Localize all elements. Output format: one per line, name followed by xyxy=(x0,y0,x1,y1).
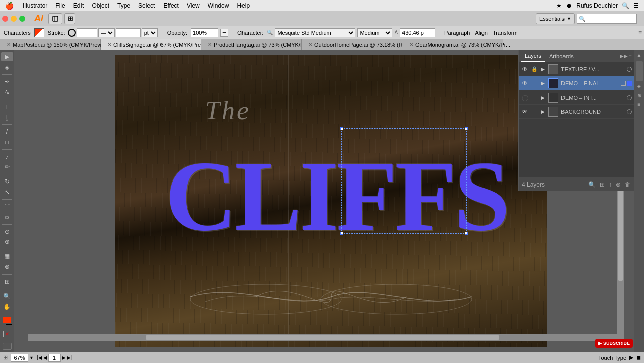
layer-lock-icon[interactable]: 🔒 xyxy=(530,65,538,73)
artboard-number-input[interactable] xyxy=(48,354,61,362)
new-layer-icon[interactable]: ⊞ xyxy=(600,181,605,188)
right-panel-btn-3[interactable]: ◈ xyxy=(636,83,643,90)
curvature-tool[interactable]: ∿ xyxy=(1,87,13,97)
menu-illustrator[interactable]: Illustrator xyxy=(19,2,51,9)
select-tool[interactable]: ▶ xyxy=(1,52,13,61)
menu-select[interactable]: Select xyxy=(134,2,159,9)
layer-visibility-icon[interactable]: 👁 xyxy=(521,79,529,87)
right-panel-btn-2[interactable] xyxy=(636,61,643,81)
move-to-layer-icon[interactable]: ↑ xyxy=(609,181,612,188)
scale-tool[interactable]: ⤡ xyxy=(1,188,13,197)
warp-tool[interactable]: ⌒ xyxy=(1,202,13,211)
tab-outdoorHomePage[interactable]: ✕ OutdoorHomePage.ai @ 73.18% (R... xyxy=(302,39,403,50)
tab-cliffsSignage[interactable]: ✕ CliffsSignage.ai @ 67% (CMYK/Preview) xyxy=(101,39,201,50)
transform-btn[interactable]: Transform xyxy=(491,30,519,36)
type-tool[interactable]: T xyxy=(1,102,13,111)
zoom-dropdown-icon[interactable]: ▼ xyxy=(29,355,34,360)
menu-extras-icon[interactable]: ☰ xyxy=(633,2,639,9)
none-color[interactable]: ✕ xyxy=(3,331,11,337)
font-style-select[interactable]: Medium xyxy=(357,28,392,37)
pen-tool[interactable]: ✒ xyxy=(1,77,13,86)
measure-tool[interactable]: ⊕ xyxy=(1,237,13,246)
tab-gearMonogram[interactable]: ✕ GearMonogram.ai @ 73% (CMYK/Pr... xyxy=(403,39,503,50)
right-panel-btn-1[interactable]: ▲ xyxy=(636,52,643,59)
layer-row-texture[interactable]: 👁 🔒 ▶ TEXTURE / V... xyxy=(519,62,634,76)
layer-visibility-icon[interactable]: 👁 xyxy=(521,65,529,73)
layer-row-demo-int[interactable]: ◯ ▶ DEMO – INT... xyxy=(519,90,634,105)
touch-type-tool[interactable]: Ţ xyxy=(1,113,13,122)
prev-page-btn[interactable]: ◀ xyxy=(43,355,47,360)
search-field[interactable] xyxy=(577,14,637,24)
zoom-tool[interactable]: 🔍 xyxy=(1,292,13,301)
stroke-options[interactable]: Stroke: — pt xyxy=(46,28,158,37)
color-fill[interactable] xyxy=(3,317,12,324)
font-size-input[interactable] xyxy=(400,28,435,37)
horizontal-scrollbar[interactable] xyxy=(28,334,617,341)
menu-file[interactable]: File xyxy=(51,2,69,9)
menu-type[interactable]: Type xyxy=(113,2,134,9)
maximize-button[interactable] xyxy=(19,16,25,22)
rect-tool[interactable]: □ xyxy=(1,137,13,146)
layer-visibility-icon[interactable]: 👁 xyxy=(521,108,529,116)
artboard-tool[interactable]: ⊞ xyxy=(1,277,13,286)
align-btn[interactable]: Align xyxy=(473,30,489,36)
stroke-weight[interactable] xyxy=(116,28,141,37)
delete-layer-icon[interactable]: 🗑 xyxy=(625,181,631,188)
font-select[interactable]: Mesquite Std Medium xyxy=(275,28,355,37)
rotate-tool[interactable]: ↻ xyxy=(1,177,13,186)
stroke-select[interactable]: — xyxy=(98,28,115,37)
minimize-button[interactable] xyxy=(11,16,17,22)
eyedropper-tool[interactable]: ⊙ xyxy=(1,227,13,236)
menu-help[interactable]: Help xyxy=(233,2,254,9)
layer-row-background[interactable]: 👁 ▶ BACKGROUND xyxy=(519,105,634,119)
workspace-btn[interactable]: ⊞ xyxy=(64,13,75,24)
draw-mode[interactable] xyxy=(3,343,12,350)
menu-effect[interactable]: Effect xyxy=(159,2,182,9)
column-graph-tool[interactable]: ▦ xyxy=(1,252,13,261)
tab-close-icon[interactable]: ✕ xyxy=(7,42,11,47)
line-tool[interactable]: / xyxy=(1,127,13,136)
layer-visibility-icon[interactable]: ◯ xyxy=(521,94,529,102)
layer-lock-icon[interactable] xyxy=(530,94,538,102)
tab-productHangtag[interactable]: ✕ ProductHangtag.ai @ 73% (CMYK/P... xyxy=(201,39,302,50)
layer-expand-icon[interactable]: ▶ xyxy=(540,109,546,115)
menu-object[interactable]: Object xyxy=(88,2,113,9)
search-layer-icon[interactable]: 🔍 xyxy=(588,181,596,188)
menu-window[interactable]: Window xyxy=(204,2,233,9)
symbol-sprayer[interactable]: ⊛ xyxy=(1,262,13,271)
layer-lock-icon[interactable] xyxy=(530,108,538,116)
document-setup-btn[interactable] xyxy=(48,13,62,24)
menu-edit[interactable]: Edit xyxy=(69,2,88,9)
direct-select-tool[interactable]: ◈ xyxy=(1,62,13,71)
close-button[interactable] xyxy=(2,16,8,22)
panel-options-btn[interactable]: ≡ xyxy=(638,29,642,36)
layers-tab[interactable]: Layers xyxy=(521,51,545,62)
right-panel-btn-4[interactable]: ⊕ xyxy=(636,93,643,100)
layer-expand-icon[interactable]: ▶ xyxy=(540,66,546,72)
layer-expand-icon[interactable]: ▶ xyxy=(540,80,546,86)
pencil-tool[interactable]: ✏ xyxy=(1,162,13,171)
youtube-subscribe-button[interactable]: ▶ SUBSCRIBE xyxy=(595,339,633,348)
tab-close-icon[interactable]: ✕ xyxy=(208,42,212,47)
paragraph-btn[interactable]: Paragraph xyxy=(443,30,471,36)
next-page-btn[interactable]: ▶ xyxy=(62,355,66,360)
menu-view[interactable]: View xyxy=(183,2,204,9)
right-panel-btn-5[interactable]: ≡ xyxy=(636,102,643,109)
search-icon[interactable]: 🔍 xyxy=(622,2,629,9)
stroke-weight-unit[interactable]: pt xyxy=(142,28,158,37)
opacity-input[interactable] xyxy=(191,28,218,37)
artboards-tab[interactable]: Artboards xyxy=(545,51,578,62)
paintbrush-tool[interactable]: ♪ xyxy=(1,152,13,161)
zoom-input[interactable] xyxy=(11,354,28,362)
horizontal-scroll-thumb[interactable] xyxy=(146,335,499,340)
tab-close-icon[interactable]: ✕ xyxy=(107,42,111,47)
layer-expand-icon[interactable]: ▶ xyxy=(540,95,546,101)
apple-menu[interactable]: 🍎 xyxy=(0,2,19,10)
layer-lock-icon[interactable] xyxy=(530,79,538,87)
layer-row-demo-final[interactable]: 👁 ▶ DEMO – FINAL xyxy=(519,76,634,90)
essentials-dropdown[interactable]: Essentials ▼ xyxy=(536,13,575,24)
first-page-btn[interactable]: |◀ xyxy=(37,355,42,360)
opacity-options[interactable]: ☰ xyxy=(220,29,228,37)
last-page-btn[interactable]: ▶| xyxy=(67,355,72,360)
mode-play-btn[interactable]: ▶ xyxy=(629,354,633,361)
